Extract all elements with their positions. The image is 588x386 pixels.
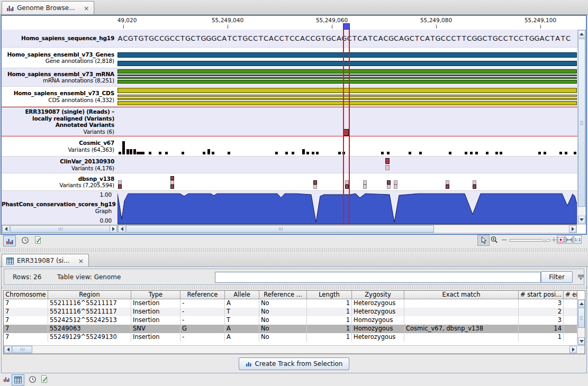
panel-splitter[interactable] [0,248,588,252]
variant-marker[interactable] [495,152,498,154]
variant-marker[interactable] [419,152,422,154]
table-h-scrollbar[interactable] [4,345,585,354]
column-header-10[interactable]: # en [564,291,577,299]
variant-marker[interactable] [338,152,341,154]
track-content-clinvar[interactable] [117,157,577,173]
annotation-bar[interactable] [117,95,577,97]
track-view-toggle[interactable] [3,235,16,246]
variant-marker[interactable] [465,152,467,154]
variant-marker[interactable] [475,152,478,154]
scroll-right-button[interactable] [569,346,577,353]
variant-marker[interactable] [203,152,205,154]
variant-marker[interactable] [394,185,397,189]
variant-marker[interactable] [473,185,476,189]
scroll-thumb[interactable] [10,225,110,233]
variant-marker[interactable] [119,152,121,154]
column-header-6[interactable]: Length [307,291,352,299]
variant-marker[interactable] [182,152,184,154]
variant-marker[interactable] [538,152,541,154]
table-row[interactable]: 755249129^55249130Insertion-ANo1Heterozy… [4,333,577,342]
create-track-button[interactable]: Create Track from Selection [239,357,350,370]
table-v-scrollbar[interactable] [577,299,585,345]
zoom-slider-thumb[interactable] [542,236,547,243]
track-h-scrollbar[interactable] [117,225,577,233]
annotation-bar[interactable] [117,69,577,73]
variant-marker[interactable] [130,149,132,152]
element-info-button[interactable] [33,235,42,245]
variant-marker[interactable] [565,152,567,154]
label-h-scrollbar[interactable] [2,225,117,233]
variant-marker[interactable] [500,152,502,154]
table-row[interactable]: 755211116^55211117Insertion-ANo1Heterozy… [4,299,577,308]
variant-marker[interactable] [133,152,136,154]
annotation-bar[interactable] [117,101,577,105]
annotation-bar[interactable] [117,80,577,84]
variant-marker[interactable] [446,185,449,189]
column-header-3[interactable]: Reference [180,291,225,299]
variant-marker[interactable] [228,152,230,154]
variant-marker[interactable] [292,152,294,154]
variant-marker[interactable] [312,152,314,154]
scroll-thumb[interactable] [12,346,32,353]
column-header-9[interactable]: # start posi... [519,291,564,299]
variant-marker[interactable] [544,152,546,154]
variant-marker[interactable] [170,176,174,180]
variant-marker[interactable] [345,180,349,185]
variant-marker[interactable] [122,149,125,152]
scroll-left-button[interactable] [118,225,125,233]
annotation-bar[interactable] [117,88,577,93]
tab-genome-browser[interactable]: Genome Browse... × [2,1,94,14]
track-v-scrollbar[interactable] [577,30,586,225]
variant-marker[interactable] [363,180,367,185]
history-view-button[interactable] [20,236,30,245]
annotation-bar[interactable] [117,61,577,66]
variant-marker[interactable] [165,152,168,154]
annotation-bar[interactable] [117,52,577,58]
table-view-toggle[interactable] [12,374,24,385]
variant-marker[interactable] [122,141,125,144]
variant-marker[interactable] [285,152,288,154]
table-row[interactable]: 755242512^55242513Insertion-TNo1Homozygo… [4,316,577,325]
variant-marker[interactable] [449,152,451,154]
track-content-cds[interactable] [117,87,577,106]
track-view-button[interactable] [3,375,10,383]
variant-marker[interactable] [343,129,349,136]
table-row[interactable]: 755249063SNVGANo1HomozygousCosmic_v67, d… [4,325,577,333]
fit-width-button[interactable] [565,235,573,244]
variant-marker[interactable] [207,152,210,154]
scroll-left-button[interactable] [4,346,12,353]
scroll-up-button[interactable] [578,30,585,38]
variant-marker[interactable] [306,152,309,154]
scroll-down-button[interactable] [578,216,585,224]
element-info-button[interactable] [39,374,49,384]
track-content-phastcons[interactable] [117,191,577,224]
variant-marker[interactable] [470,152,473,154]
variant-marker[interactable] [342,152,345,154]
history-view-button[interactable] [28,375,37,384]
track-content-err[interactable] [117,107,577,136]
variant-marker[interactable] [387,180,391,185]
annotation-bar[interactable] [117,77,577,79]
variant-marker[interactable] [118,180,122,185]
variant-marker[interactable] [126,149,129,152]
annotation-bar[interactable] [117,98,577,100]
scroll-thumb[interactable] [578,308,585,328]
scroll-right-button[interactable] [569,225,576,233]
track-content-cosmic[interactable] [117,136,577,156]
track-content-sequence[interactable]: ACGTGTGCCGCCTGCTGGGCATCTGCCTCACCTCCACCGT… [117,30,577,47]
variant-marker[interactable] [212,152,214,154]
variant-marker[interactable] [381,152,384,154]
variant-marker[interactable] [149,152,151,154]
variant-marker[interactable] [126,152,129,154]
filter-search-input[interactable] [215,272,541,283]
variant-marker[interactable] [387,185,391,189]
variant-marker[interactable] [170,180,174,185]
variant-marker[interactable] [275,152,278,154]
track-content-genes[interactable] [117,48,577,68]
one-to-one-zoom-button[interactable]: 1:1 [574,235,582,244]
scroll-right-button[interactable] [110,225,117,233]
variant-marker[interactable] [133,149,136,152]
variant-marker[interactable] [473,180,476,185]
column-header-7[interactable]: Zygosity [352,291,404,299]
variant-marker[interactable] [302,152,305,154]
